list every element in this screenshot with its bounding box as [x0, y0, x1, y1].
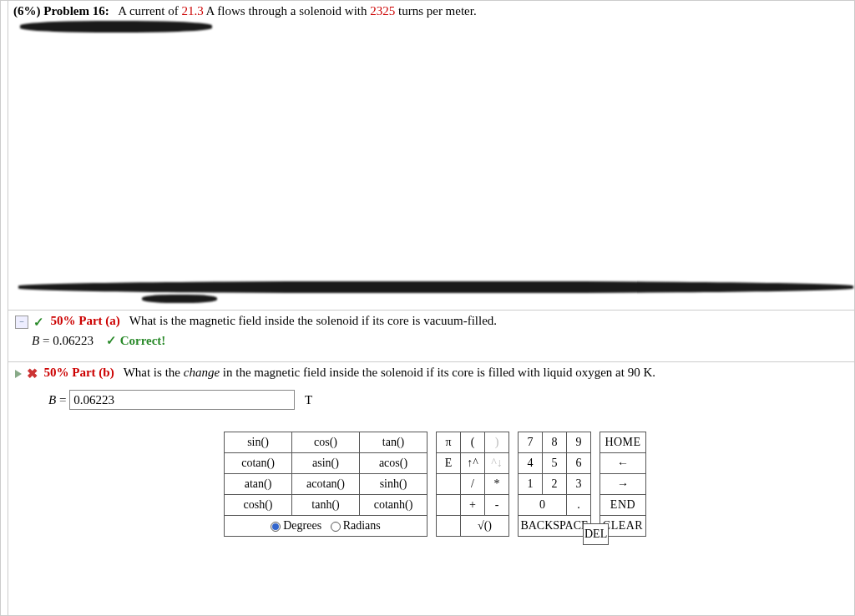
num-8[interactable]: 8	[543, 432, 567, 453]
keypad-numbers: 7 8 9 4 5 6 1 2 3 0	[518, 432, 591, 537]
page: (6%) Problem 16: A current of 21.3 A flo…	[0, 0, 855, 616]
keypad: sin() cos() tan() cotan() asin() acos() …	[224, 432, 847, 537]
num-dot[interactable]: .	[567, 495, 591, 516]
part-b-weight: 50%	[44, 366, 69, 379]
fn-acos[interactable]: acos()	[360, 453, 428, 474]
fn-cotanh[interactable]: cotanh()	[360, 495, 428, 516]
problem-weight: (6%)	[13, 4, 41, 18]
fn-tanh[interactable]: tanh()	[292, 495, 360, 516]
var-b: B	[48, 393, 56, 406]
stem-mid: A flows through a solenoid with	[204, 4, 371, 18]
part-a-weight: 50%	[51, 314, 76, 327]
q-em: change	[184, 366, 220, 379]
sym-minus[interactable]: -	[485, 495, 509, 516]
redaction-mark	[20, 21, 212, 33]
num-9[interactable]: 9	[567, 432, 591, 453]
sym-e[interactable]: E	[437, 453, 461, 474]
num-6[interactable]: 6	[567, 453, 591, 474]
sym-rparen[interactable]: )	[485, 432, 509, 453]
fn-acotan[interactable]: acotan()	[292, 474, 360, 495]
key-left[interactable]: ←	[600, 453, 646, 474]
keypad-controls: HOME ← → END CLEAR	[600, 432, 646, 537]
fn-cos[interactable]: cos()	[292, 432, 360, 453]
num-2[interactable]: 2	[543, 474, 567, 495]
fn-sinh[interactable]: sinh()	[360, 474, 428, 495]
fn-sin[interactable]: sin()	[225, 432, 292, 453]
sym-blank	[437, 516, 461, 537]
answer-input-row: B = T	[15, 381, 847, 418]
fn-atan[interactable]: atan()	[225, 474, 292, 495]
part-b-label: Part (b)	[72, 366, 114, 379]
part-a-label: Part (a)	[78, 314, 120, 327]
num-0[interactable]: 0	[519, 495, 567, 516]
redaction-mark	[142, 295, 217, 303]
sym-mul[interactable]: *	[485, 474, 509, 495]
num-7[interactable]: 7	[519, 432, 543, 453]
angle-mode-row: Degrees Radians	[225, 516, 428, 537]
expand-icon[interactable]	[15, 370, 22, 378]
radio-radians[interactable]	[331, 522, 341, 532]
radio-degrees[interactable]	[271, 522, 281, 532]
key-home[interactable]: HOME	[600, 432, 646, 453]
num-3[interactable]: 3	[567, 474, 591, 495]
num-1[interactable]: 1	[519, 474, 543, 495]
problem-header: (6%) Problem 16: A current of 21.3 A flo…	[8, 1, 854, 20]
q-pre: What is the	[124, 366, 184, 379]
current-value: 21.3	[181, 4, 203, 18]
sym-blank	[437, 474, 461, 495]
inner-frame: (6%) Problem 16: A current of 21.3 A flo…	[8, 1, 854, 615]
fn-cotan[interactable]: cotan()	[225, 453, 292, 474]
part-a-value: 0.06223	[53, 334, 94, 347]
stem-pre: A current of	[118, 4, 181, 18]
key-end[interactable]: END	[600, 495, 646, 516]
correct-label: Correct!	[120, 334, 166, 347]
key-right[interactable]: →	[600, 474, 646, 495]
sym-power-up[interactable]: ↑^	[461, 453, 485, 474]
keypad-symbols: π ( ) E ↑^ ^↓ / *	[436, 432, 509, 537]
stem-post: turns per meter.	[395, 4, 476, 18]
turns-value: 2325	[370, 4, 395, 18]
problem-label: Problem 16:	[43, 4, 109, 18]
sym-lparen[interactable]: (	[461, 432, 485, 453]
sym-blank	[437, 495, 461, 516]
answer-unit: T	[305, 393, 312, 406]
key-backspace[interactable]: BACKSPACE	[519, 516, 591, 537]
answer-input[interactable]	[69, 390, 295, 410]
correct-check-icon: ✓	[106, 334, 117, 347]
q-post: in the magnetic field inside the solenoi…	[220, 366, 655, 379]
part-a-block: − ✓ 50% Part (a) What is the magnetic fi…	[8, 310, 854, 356]
sym-plus[interactable]: +	[461, 495, 485, 516]
fn-cosh[interactable]: cosh()	[225, 495, 292, 516]
x-icon: ✖	[27, 366, 38, 381]
keypad-functions: sin() cos() tan() cotan() asin() acos() …	[224, 432, 428, 537]
var-b: B	[32, 334, 39, 347]
sym-power-down[interactable]: ^↓	[485, 453, 509, 474]
part-a-answer: B = 0.06223 ✓ Correct!	[15, 330, 847, 353]
redaction-mark	[18, 281, 853, 293]
sym-pi[interactable]: π	[437, 432, 461, 453]
sym-sqrt[interactable]: √()	[461, 516, 509, 537]
part-a-question: What is the magnetic field inside the so…	[129, 314, 497, 327]
sym-div[interactable]: /	[461, 474, 485, 495]
num-4[interactable]: 4	[519, 453, 543, 474]
check-icon: ✓	[33, 315, 44, 330]
part-b-block: ✖ 50% Part (b) What is the change in the…	[8, 361, 854, 540]
key-del[interactable]: DEL	[584, 524, 609, 545]
collapse-icon[interactable]: −	[15, 316, 28, 329]
fn-tan[interactable]: tan()	[360, 432, 428, 453]
fn-asin[interactable]: asin()	[292, 453, 360, 474]
num-5[interactable]: 5	[543, 453, 567, 474]
